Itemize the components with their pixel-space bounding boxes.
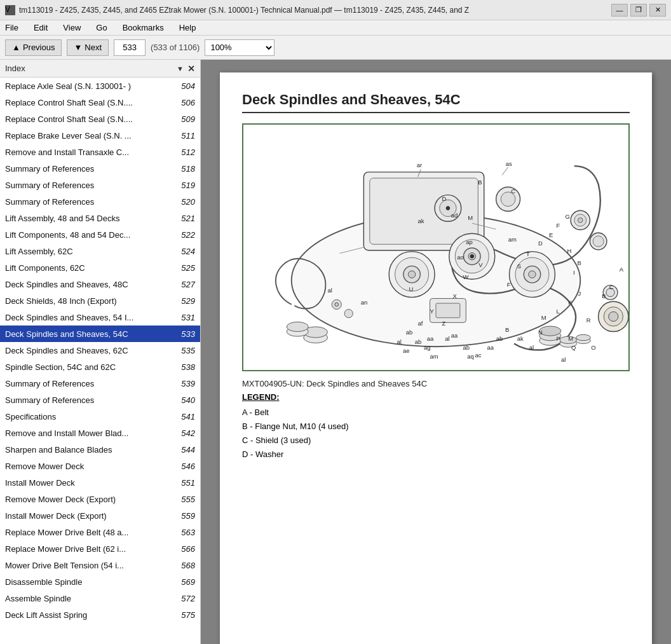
sidebar-item-page-17: 538 [176,362,195,372]
menu-item-help[interactable]: Help [177,22,199,34]
sidebar-item-12[interactable]: Deck Spindles and Sheaves, 48C527 [0,276,200,292]
sidebar-item-8[interactable]: Lift Assembly, 48 and 54 Decks521 [0,210,200,226]
sidebar-item-19[interactable]: Summary of References540 [0,392,200,408]
sidebar-item-label-15: Deck Spindles and Sheaves, 54C [5,329,176,339]
menu-item-bookmarks[interactable]: Bookmarks [120,22,166,34]
sidebar-item-label-17: Spindle Section, 54C and 62C [5,362,176,372]
sidebar-item-26[interactable]: Install Mower Deck (Export)559 [0,507,200,524]
title-bar: V tm113019 - Z425, Z435, Z445, and Z465 … [0,0,671,20]
sidebar-item-page-32: 575 [176,610,195,620]
sidebar-item-0[interactable]: Replace Axle Seal (S.N. 130001- )504 [0,78,200,94]
sidebar-item-page-11: 525 [176,263,195,273]
content-area[interactable]: Deck Spindles and Sheaves, 54C [201,60,671,644]
menu-item-view[interactable]: View [60,22,83,34]
svg-text:M: M [468,214,473,221]
svg-text:G: G [566,213,570,220]
sidebar-item-page-27: 563 [176,528,195,537]
sidebar-item-31[interactable]: Assemble Spindle572 [0,590,200,606]
sidebar-item-18[interactable]: Summary of References539 [0,375,200,392]
sidebar-item-label-5: Summary of References [5,164,176,174]
sidebar-item-5[interactable]: Summary of References518 [0,160,200,177]
sidebar-item-14[interactable]: Deck Spindles and Sheaves, 54 I...531 [0,309,200,325]
menu-item-file[interactable]: File [3,22,21,34]
sidebar-dropdown-icon[interactable]: ▼ [177,65,184,72]
sidebar-item-22[interactable]: Sharpen and Balance Blades544 [0,441,200,458]
legend-item-0: A - Belt [242,406,630,420]
minimize-button[interactable]: — [611,4,628,17]
sidebar-item-label-4: Remove and Install Transaxle C... [5,147,176,157]
sidebar-item-label-30: Disassemble Spindle [5,577,176,587]
svg-text:af: af [418,320,423,327]
sidebar-item-21[interactable]: Remove and Install Mower Blad...542 [0,425,200,441]
sidebar-item-label-25: Remove Mower Deck (Export) [5,495,176,504]
svg-point-29 [287,322,308,331]
close-button[interactable]: ✕ [649,4,666,17]
sidebar-close-button[interactable]: ✕ [187,64,195,74]
menu-item-go[interactable]: Go [93,22,109,34]
sidebar-item-30[interactable]: Disassemble Spindle569 [0,573,200,590]
sidebar-item-24[interactable]: Install Mower Deck551 [0,474,200,491]
sidebar-item-9[interactable]: Lift Components, 48 and 54 Dec...522 [0,226,200,243]
sidebar-item-11[interactable]: Lift Components, 62C525 [0,259,200,276]
next-button[interactable]: ▼ Next [67,39,109,56]
sidebar-item-25[interactable]: Remove Mower Deck (Export)555 [0,491,200,507]
sidebar-item-page-5: 518 [176,164,195,174]
svg-text:as: as [506,160,512,167]
svg-text:D: D [538,240,543,247]
svg-rect-44 [436,303,460,318]
zoom-select[interactable]: 50%75%100%125%150%200% [205,39,274,56]
sidebar-item-4[interactable]: Remove and Install Transaxle C...512 [0,144,200,160]
sidebar: Index ▼ ✕ Replace Axle Seal (S.N. 130001… [0,60,201,644]
sidebar-item-32[interactable]: Deck Lift Assist Spring575 [0,606,200,623]
svg-text:M: M [541,314,546,321]
sidebar-item-label-7: Summary of References [5,197,176,207]
previous-label: Previous [23,43,55,52]
sidebar-item-label-18: Summary of References [5,379,176,388]
sidebar-item-page-7: 520 [176,197,195,207]
sidebar-item-6[interactable]: Summary of References519 [0,177,200,193]
svg-text:al: al [529,344,534,351]
sidebar-item-label-2: Replace Control Shaft Seal (S.N.... [5,114,176,124]
sidebar-item-page-24: 551 [176,478,195,488]
sidebar-item-27[interactable]: Replace Mower Drive Belt (48 a...563 [0,524,200,540]
page-number-input[interactable] [114,39,146,56]
page-title: Deck Spindles and Sheaves, 54C [242,92,630,113]
sidebar-item-page-3: 511 [176,131,195,140]
sidebar-item-page-31: 572 [176,594,195,603]
legend-title: LEGEND: [242,392,630,402]
sidebar-item-16[interactable]: Deck Spindles and Sheaves, 62C535 [0,342,200,359]
sidebar-item-3[interactable]: Replace Brake Lever Seal (S.N. ...511 [0,127,200,144]
sidebar-item-28[interactable]: Replace Mower Drive Belt (62 i...566 [0,540,200,557]
menu-item-edit[interactable]: Edit [31,22,50,34]
svg-text:Q: Q [571,344,576,351]
sidebar-item-2[interactable]: Replace Control Shaft Seal (S.N....509 [0,111,200,127]
sidebar-item-15[interactable]: Deck Spindles and Sheaves, 54C533 [0,325,200,342]
svg-text:ac: ac [475,352,482,359]
sidebar-list[interactable]: Replace Axle Seal (S.N. 130001- )504Repl… [0,78,200,644]
previous-button[interactable]: ▲ Previous [5,39,62,56]
sidebar-item-page-19: 540 [176,395,195,405]
svg-text:aa: aa [487,344,494,351]
sidebar-item-29[interactable]: Mower Drive Belt Tension (54 i...568 [0,557,200,573]
svg-point-49 [470,254,474,258]
sidebar-item-20[interactable]: Specifications541 [0,408,200,425]
restore-button[interactable]: ❐ [630,4,647,17]
svg-point-39 [593,236,604,247]
svg-text:am: am [430,353,438,360]
sidebar-item-17[interactable]: Spindle Section, 54C and 62C538 [0,359,200,375]
sidebar-item-10[interactable]: Lift Assembly, 62C524 [0,243,200,259]
svg-text:al: al [561,356,566,363]
sidebar-item-page-14: 531 [176,313,195,322]
svg-text:X: X [453,292,458,299]
sidebar-item-13[interactable]: Deck Shields, 48 Inch (Export)529 [0,292,200,309]
sidebar-item-23[interactable]: Remove Mower Deck546 [0,458,200,474]
sidebar-item-7[interactable]: Summary of References520 [0,193,200,210]
sidebar-item-1[interactable]: Replace Control Shaft Seal (S.N....506 [0,94,200,111]
sidebar-item-label-24: Install Mower Deck [5,478,176,488]
sidebar-item-label-6: Summary of References [5,181,176,190]
sidebar-item-page-8: 521 [176,214,195,223]
svg-text:ad: ad [451,212,458,219]
toolbar: ▲ Previous ▼ Next (533 of 1106) 50%75%10… [0,36,671,60]
svg-point-31 [335,303,339,306]
svg-text:L: L [556,308,559,315]
